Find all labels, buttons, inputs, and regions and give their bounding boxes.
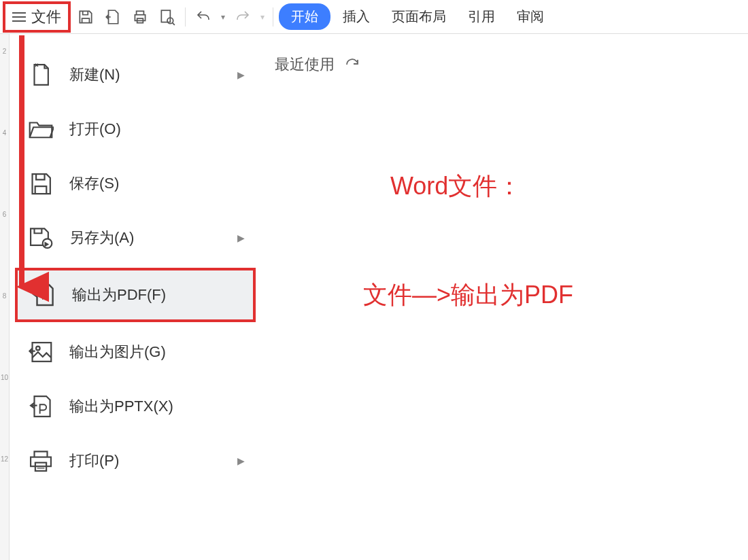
menu-label: 输出为PDF(F) — [72, 285, 242, 305]
redo-dropdown[interactable]: ▾ — [258, 12, 267, 22]
svg-text:P: P — [41, 292, 47, 302]
menu-label: 保存(S) — [69, 173, 245, 194]
annotation-title: Word文件： — [390, 170, 522, 203]
menu-label: 打开(O) — [69, 119, 245, 139]
file-menu-button[interactable]: 文件 — [3, 1, 71, 33]
menu-item-export-image[interactable]: 输出为图片(G) — [10, 325, 261, 379]
tab-references[interactable]: 引用 — [458, 3, 505, 30]
print-menu-icon — [26, 447, 56, 474]
menu-label: 新建(N) — [69, 65, 237, 85]
print-preview-icon[interactable] — [155, 5, 180, 29]
menu-label: 输出为图片(G) — [69, 342, 245, 362]
toolbar: 文件 ▾ ▾ 开始 插入 页面布局 引用 审阅 — [0, 0, 748, 34]
export-image-icon — [26, 338, 56, 366]
tab-insert[interactable]: 插入 — [333, 3, 379, 30]
svg-point-8 — [36, 347, 40, 351]
submenu-arrow-icon: ▶ — [237, 232, 245, 243]
menu-item-export-pdf[interactable]: P 输出为PDF(F) — [15, 268, 256, 322]
svg-rect-9 — [31, 457, 51, 467]
svg-rect-0 — [135, 14, 145, 20]
file-menu-panel: 新建(N) ▶ 打开(O) 保存(S) 另存为(A) ▶ P — [10, 34, 261, 560]
menu-item-save-as[interactable]: 另存为(A) ▶ — [10, 211, 261, 265]
separator — [273, 7, 273, 27]
export-pdf-icon: P — [29, 281, 58, 309]
redo-icon[interactable] — [231, 5, 255, 29]
submenu-arrow-icon: ▶ — [237, 69, 245, 80]
svg-rect-2 — [161, 10, 170, 22]
tab-review[interactable]: 审阅 — [507, 3, 554, 30]
separator — [185, 7, 186, 27]
file-label: 文件 — [31, 7, 61, 27]
new-file-icon — [26, 61, 56, 88]
menu-label: 打印(P) — [69, 451, 237, 471]
open-folder-icon — [26, 116, 56, 143]
submenu-arrow-icon: ▶ — [237, 455, 245, 466]
annotation-line: 文件—>输出为PDF — [363, 279, 573, 312]
print-icon[interactable] — [128, 5, 152, 29]
save-disk-icon — [26, 170, 56, 197]
menu-item-save[interactable]: 保存(S) — [10, 156, 261, 211]
recent-label: 最近使用 — [275, 54, 335, 75]
undo-icon[interactable] — [191, 5, 216, 29]
save-as-icon — [26, 224, 56, 251]
menu-item-print[interactable]: 打印(P) ▶ — [10, 434, 261, 488]
refresh-icon[interactable] — [344, 56, 360, 73]
export-pdf-icon[interactable] — [101, 5, 125, 29]
right-pane: 最近使用 Word文件： 文件—>输出为PDF — [261, 34, 748, 560]
export-pptx-icon — [26, 393, 56, 420]
menu-item-open[interactable]: 打开(O) — [10, 102, 261, 156]
menu-label: 输出为PPTX(X) — [69, 396, 245, 417]
tab-layout[interactable]: 页面布局 — [382, 3, 456, 30]
menu-item-export-pptx[interactable]: 输出为PPTX(X) — [10, 379, 261, 434]
menu-label: 另存为(A) — [69, 228, 237, 248]
undo-dropdown[interactable]: ▾ — [218, 12, 228, 22]
tab-start[interactable]: 开始 — [279, 3, 330, 30]
hamburger-icon — [12, 12, 26, 22]
vertical-ruler: 2 4 6 8 10 12 — [0, 34, 10, 560]
menu-item-new[interactable]: 新建(N) ▶ — [10, 48, 261, 102]
svg-rect-7 — [33, 343, 52, 362]
save-icon[interactable] — [73, 5, 98, 29]
